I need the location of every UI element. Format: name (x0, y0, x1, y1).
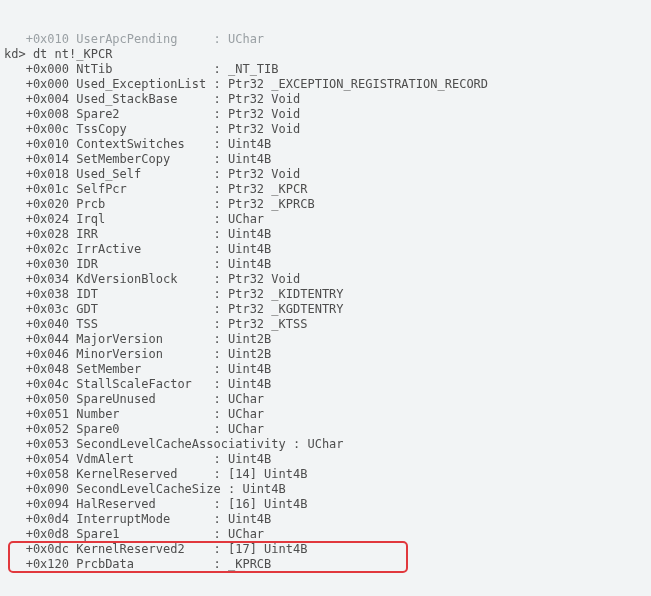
output-line: +0x03c GDT : Ptr32 _KGDTENTRY (4, 302, 651, 317)
output-line: +0x020 Prcb : Ptr32 _KPRCB (4, 197, 651, 212)
output-line: +0x053 SecondLevelCacheAssociativity : U… (4, 437, 651, 452)
output-line: +0x052 Spare0 : UChar (4, 422, 651, 437)
output-line: +0x094 HalReserved : [16] Uint4B (4, 497, 651, 512)
output-line: +0x000 Used_ExceptionList : Ptr32 _EXCEP… (4, 77, 651, 92)
output-line: +0x028 IRR : Uint4B (4, 227, 651, 242)
output-line: +0x058 KernelReserved : [14] Uint4B (4, 467, 651, 482)
output-line: +0x010 ContextSwitches : Uint4B (4, 137, 651, 152)
output-line: +0x040 TSS : Ptr32 _KTSS (4, 317, 651, 332)
command-line[interactable]: kd> dt nt!_KPCR (4, 47, 651, 62)
output-line: +0x051 Number : UChar (4, 407, 651, 422)
output-line: +0x008 Spare2 : Ptr32 Void (4, 107, 651, 122)
output-line: +0x000 NtTib : _NT_TIB (4, 62, 651, 77)
output-line: +0x04c StallScaleFactor : Uint4B (4, 377, 651, 392)
terminal-output: +0x010 UserApcPending : UCharkd> dt nt!_… (0, 0, 651, 584)
output-line: +0x010 UserApcPending : UChar (4, 32, 651, 47)
output-line: +0x004 Used_StackBase : Ptr32 Void (4, 92, 651, 107)
output-line: +0x054 VdmAlert : Uint4B (4, 452, 651, 467)
output-line: +0x0dc KernelReserved2 : [17] Uint4B (4, 542, 651, 557)
output-line: +0x024 Irql : UChar (4, 212, 651, 227)
output-line: +0x048 SetMember : Uint4B (4, 362, 651, 377)
output-line: +0x0d4 InterruptMode : Uint4B (4, 512, 651, 527)
output-line: +0x014 SetMemberCopy : Uint4B (4, 152, 651, 167)
output-line: +0x044 MajorVersion : Uint2B (4, 332, 651, 347)
output-line: +0x050 SpareUnused : UChar (4, 392, 651, 407)
output-line: +0x01c SelfPcr : Ptr32 _KPCR (4, 182, 651, 197)
output-line: +0x090 SecondLevelCacheSize : Uint4B (4, 482, 651, 497)
output-line: +0x120 PrcbData : _KPRCB (4, 557, 651, 572)
output-line: +0x02c IrrActive : Uint4B (4, 242, 651, 257)
output-line: +0x030 IDR : Uint4B (4, 257, 651, 272)
output-line: +0x046 MinorVersion : Uint2B (4, 347, 651, 362)
output-line: +0x018 Used_Self : Ptr32 Void (4, 167, 651, 182)
output-line: +0x00c TssCopy : Ptr32 Void (4, 122, 651, 137)
output-line: +0x038 IDT : Ptr32 _KIDTENTRY (4, 287, 651, 302)
output-line: +0x034 KdVersionBlock : Ptr32 Void (4, 272, 651, 287)
output-line: +0x0d8 Spare1 : UChar (4, 527, 651, 542)
